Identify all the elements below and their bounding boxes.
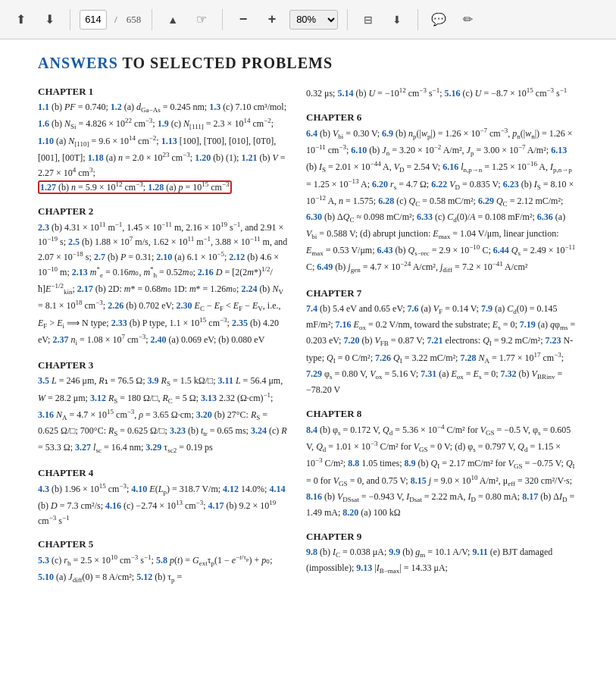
zoom-out-button[interactable]: −: [232, 8, 255, 31]
chapter-5-content: 5.3 (c) rh = 2.5 × 1010 cm−3 s−1; 5.8 p(…: [38, 553, 288, 586]
chapter-1-content: 1.1 (b) PF = 0.740; 1.2 (a) dGa−As = 0.2…: [38, 100, 288, 195]
chapter-7-section: CHAPTER 7 7.4 (b) 5.4 eV and 0.65 eV; 7.…: [306, 287, 578, 397]
chapter-6-content: 6.4 (b) Vbi = 0.30 V; 6.9 (b) np(|wp|) =…: [306, 126, 578, 277]
chapter-3-section: CHAPTER 3 3.5 L = 246 μm, R₁ = 76.5 Ω; 3…: [38, 359, 288, 456]
chapter-6-heading: CHAPTER 6: [306, 111, 578, 124]
chapter-8-section: CHAPTER 8 8.4 (b) φs = 0.172 V, Qd = 5.3…: [306, 408, 578, 520]
divider-1: [70, 9, 70, 30]
zoom-select[interactable]: 80% 100% 125% 150%: [289, 10, 338, 30]
chapter-5-continuation: 0.32 μs; 5.14 (b) U = −1012 cm−3 s−1; 5.…: [306, 86, 578, 101]
chapter-3-content: 3.5 L = 246 μm, R₁ = 76.5 Ω; 3.9 RS = 1.…: [38, 374, 288, 456]
chapter-3-heading: CHAPTER 3: [38, 359, 288, 371]
chapter-2-heading: CHAPTER 2: [38, 205, 288, 218]
page-separator: /: [114, 14, 117, 26]
page-title: ANSWERS TO SELECTED PROBLEMS: [38, 55, 578, 72]
chapter-7-heading: CHAPTER 7: [306, 287, 578, 299]
divider-2: [152, 9, 152, 30]
divider-5: [417, 9, 418, 30]
fit-page-button[interactable]: ⊟: [357, 8, 380, 31]
chapter-4-content: 4.3 (b) 1.96 × 1015 cm−3; 4.10 E(Lp) = 3…: [38, 481, 288, 528]
hand-tool-button[interactable]: ☞: [190, 8, 213, 31]
chapter-4-heading: CHAPTER 4: [38, 467, 288, 479]
cursor-tool-button[interactable]: ▲: [161, 8, 184, 31]
chapter-5-heading: CHAPTER 5: [38, 538, 288, 550]
comment-button[interactable]: 💬: [427, 8, 450, 31]
chapter-8-heading: CHAPTER 8: [306, 408, 578, 420]
right-column: 0.32 μs; 5.14 (b) U = −1012 cm−3 s−1; 5.…: [306, 86, 578, 597]
zoom-in-button[interactable]: +: [261, 8, 283, 31]
chapter-6-section: CHAPTER 6 6.4 (b) Vbi = 0.30 V; 6.9 (b) …: [306, 111, 578, 277]
chapter-4-section: CHAPTER 4 4.3 (b) 1.96 × 1015 cm−3; 4.10…: [38, 467, 288, 528]
chapter-1-section: CHAPTER 1 1.1 (b) PF = 0.740; 1.2 (a) dG…: [38, 86, 288, 195]
left-column: CHAPTER 1 1.1 (b) PF = 0.740; 1.2 (a) dG…: [38, 86, 288, 597]
chapter-2-content: 2.3 (b) 4.31 × 1011 m−1, 1.45 × 10−11 m,…: [38, 220, 288, 349]
chapter-9-section: CHAPTER 9 9.8 (b) IC = 0.038 μA; 9.9 (b)…: [306, 531, 578, 578]
chapter-2-section: CHAPTER 2 2.3 (b) 4.31 × 1011 m−1, 1.45 …: [38, 205, 288, 349]
pen-button[interactable]: ✏: [456, 8, 479, 31]
divider-4: [347, 9, 348, 30]
divider-3: [222, 9, 223, 30]
columns: CHAPTER 1 1.1 (b) PF = 0.740; 1.2 (a) dG…: [38, 86, 578, 597]
total-pages: 658: [127, 14, 142, 26]
scroll-down-button[interactable]: ⬇: [38, 8, 61, 31]
chapter-9-content: 9.8 (b) IC = 0.038 μA; 9.9 (b) gm = 10.1…: [306, 545, 578, 578]
scroll-up-button[interactable]: ⬆: [9, 8, 32, 31]
chapter-8-content: 8.4 (b) φs = 0.172 V, Qd = 5.36 × 10−4 C…: [306, 422, 578, 520]
page-content: ANSWERS TO SELECTED PROBLEMS CHAPTER 1 1…: [0, 39, 616, 680]
chapter-5-section: CHAPTER 5 5.3 (c) rh = 2.5 × 1010 cm−3 s…: [38, 538, 288, 586]
chapter-9-heading: CHAPTER 9: [306, 531, 578, 543]
page-number-input[interactable]: [80, 10, 107, 30]
toolbar: ⬆ ⬇ / 658 ▲ ☞ − + 80% 100% 125% 150% ⊟ ⬇…: [0, 0, 616, 39]
chapter-7-content: 7.4 (b) 5.4 eV and 0.65 eV; 7.6 (a) VF =…: [306, 302, 578, 397]
download-button[interactable]: ⬇: [386, 8, 408, 31]
chapter-1-heading: CHAPTER 1: [38, 86, 288, 98]
